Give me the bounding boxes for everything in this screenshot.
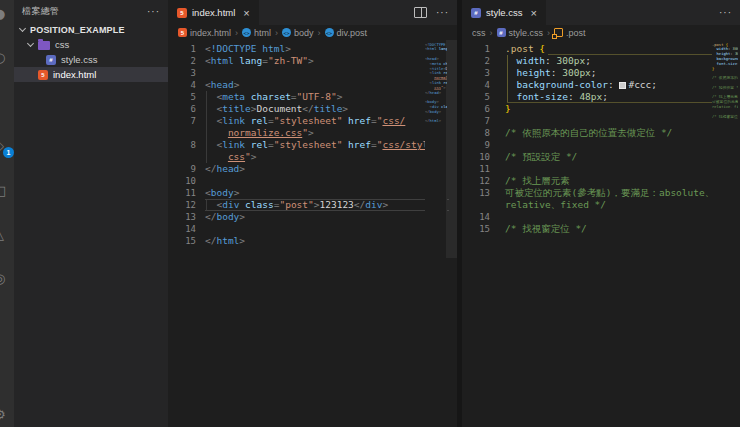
explorer-more-actions-icon[interactable]: ···: [147, 6, 160, 17]
code-text: .post {: [505, 43, 545, 55]
tree-item-label: index.html: [53, 69, 96, 80]
line-number: 10: [462, 151, 505, 163]
code-text: <meta charset="UTF-8">: [205, 91, 342, 103]
code-text: }: [505, 103, 511, 115]
breadcrumb-item-style-css[interactable]: #style.css: [497, 28, 544, 38]
tree-item-index-html[interactable]: 5index.html: [14, 67, 168, 82]
breadcrumb-item-html[interactable]: <>html: [242, 28, 271, 38]
minimap[interactable]: 1.post {2 width: 300px;3 height: 300px;4…: [712, 42, 738, 212]
tree-item-css[interactable]: css: [14, 37, 168, 52]
breadcrumb-label: body: [294, 28, 314, 38]
close-icon[interactable]: ×: [243, 7, 249, 19]
line-number: 12: [168, 199, 205, 211]
code-line: 5 font-size: 48px;: [462, 91, 740, 103]
file-tree: POSITION_EXAMPLEcss#style.css5index.html: [14, 22, 168, 82]
line-number: 7: [462, 115, 505, 127]
testing-icon[interactable]: △: [0, 228, 4, 242]
code-text: <link rel="stylesheet" href="css/style.: [205, 139, 440, 151]
color-swatch-icon: [619, 82, 626, 89]
code-line: 14: [462, 211, 740, 223]
breadcrumb-item-div-post[interactable]: <>div.post: [325, 28, 367, 38]
line-number: 8: [168, 139, 205, 151]
code-line: 6}: [462, 103, 740, 115]
tab-style-css[interactable]: # style.css ×: [462, 0, 546, 25]
tree-item-position-example[interactable]: POSITION_EXAMPLE: [14, 22, 168, 37]
breadcrumb-item-index-html[interactable]: 5index.html: [178, 28, 231, 38]
line-number: 14: [462, 211, 505, 223]
chevron-down-icon: [19, 25, 26, 32]
code-editor-style-css[interactable]: 1.post {2 width: 300px;3 height: 300px;4…: [462, 40, 740, 427]
code-editor-index-html[interactable]: 1<!DOCTYPE html>2<html lang="zh-TW">34<h…: [168, 40, 457, 427]
code-text: <html lang="zh-TW">: [205, 55, 314, 67]
more-actions-icon[interactable]: ···: [436, 7, 449, 18]
tab-bar-right: # style.css × ···: [462, 0, 740, 25]
code-text: </html>: [205, 235, 245, 247]
line-number: 6: [168, 103, 205, 115]
tree-item-label: POSITION_EXAMPLE: [30, 25, 125, 35]
split-editor-icon[interactable]: [414, 7, 427, 18]
css-file-icon: #: [471, 8, 481, 18]
breadcrumb-label: index.html: [190, 28, 231, 38]
tab-label: style.css: [486, 7, 522, 18]
minimap[interactable]: 1<!DOCTYPE html>2<html lang="zh-TW">34<h…: [425, 42, 447, 212]
breadcrumb-separator-icon: ›: [490, 28, 493, 38]
more-actions-icon[interactable]: ···: [719, 7, 732, 18]
code-line: 15</html>: [168, 235, 457, 247]
line-number: 3: [168, 67, 205, 79]
breadcrumb-item-css[interactable]: css: [472, 28, 486, 38]
code-text: <body>: [205, 187, 239, 199]
search-icon[interactable]: ○: [0, 51, 5, 65]
accounts-icon[interactable]: ◎: [0, 272, 5, 286]
code-line: 9</head>: [168, 163, 457, 175]
html-file-icon: 5: [38, 70, 48, 80]
tree-item-label: style.css: [61, 54, 97, 65]
code-line: 7 <link rel="stylesheet" href="css/: [168, 115, 457, 127]
line-number: 5: [168, 91, 205, 103]
code-text: font-size: 48px;: [505, 91, 608, 103]
code-line: 13</body>: [168, 211, 457, 223]
code-line: 1.post {: [462, 43, 740, 55]
breadcrumb-label: div.post: [337, 28, 367, 38]
code-text: height: 300px;: [505, 67, 597, 79]
code-line: 1<!DOCTYPE html>: [168, 43, 457, 55]
breadcrumb: 5index.html›<>html›<>body›<>div.post: [168, 25, 457, 40]
code-text: <head>: [205, 79, 239, 91]
code-text: /* 找視窗定位 */: [505, 223, 587, 235]
symbol-css-icon: #: [497, 28, 506, 37]
line-number: 10: [168, 175, 205, 187]
breadcrumb-label: css: [472, 28, 486, 38]
activity-bar: ●○›◇1□△◎⚙: [0, 0, 15, 427]
code-line: 7: [462, 115, 740, 127]
code-line: 8/* 依照原本的自己的位置去做定位 */: [462, 127, 740, 139]
code-line: 5 <meta charset="UTF-8">: [168, 91, 457, 103]
code-line: 9: [462, 139, 740, 151]
line-number: 2: [462, 55, 505, 67]
extensions-icon[interactable]: □: [0, 184, 6, 198]
settings-gear-icon[interactable]: ⚙: [0, 408, 6, 422]
tab-label: index.html: [192, 7, 235, 18]
code-line: 4<head>: [168, 79, 457, 91]
tree-item-style-css[interactable]: #style.css: [14, 52, 168, 67]
line-number: 13: [168, 211, 205, 223]
css-folder-icon: [38, 41, 50, 50]
pending-changes-badge: 1: [3, 147, 14, 158]
breadcrumb-item--post[interactable]: .post: [554, 28, 586, 38]
code-line: 8 <link rel="stylesheet" href="css/style…: [168, 139, 457, 151]
scrollbar[interactable]: [446, 40, 457, 258]
tree-item-label: css: [55, 39, 69, 50]
close-icon[interactable]: ×: [530, 7, 536, 19]
code-line: 3: [168, 67, 457, 79]
breadcrumb-item-body[interactable]: <>body: [282, 28, 314, 38]
explorer-icon[interactable]: ●: [0, 7, 5, 21]
breadcrumb-label: html: [254, 28, 271, 38]
code-line: 6 <title>Document</title>: [168, 103, 457, 115]
tab-index-html[interactable]: 5 index.html ×: [168, 0, 259, 25]
run-debug-icon[interactable]: ◇1: [0, 139, 4, 153]
explorer-sidebar: 檔案總管 ··· POSITION_EXAMPLEcss#style.css5i…: [14, 0, 168, 427]
code-line: 14: [168, 223, 457, 235]
code-line: 13可被定位的元素(參考點)，要滿足：absolute、: [462, 187, 740, 199]
chevron-down-icon: [27, 40, 34, 47]
editor-group-left: 5 index.html × ··· 5index.html›<>html›<>…: [168, 0, 457, 427]
vscode-window: ●○›◇1□△◎⚙ 檔案總管 ··· POSITION_EXAMPLEcss#s…: [0, 0, 740, 427]
symbol-element-icon: <>: [325, 28, 334, 37]
